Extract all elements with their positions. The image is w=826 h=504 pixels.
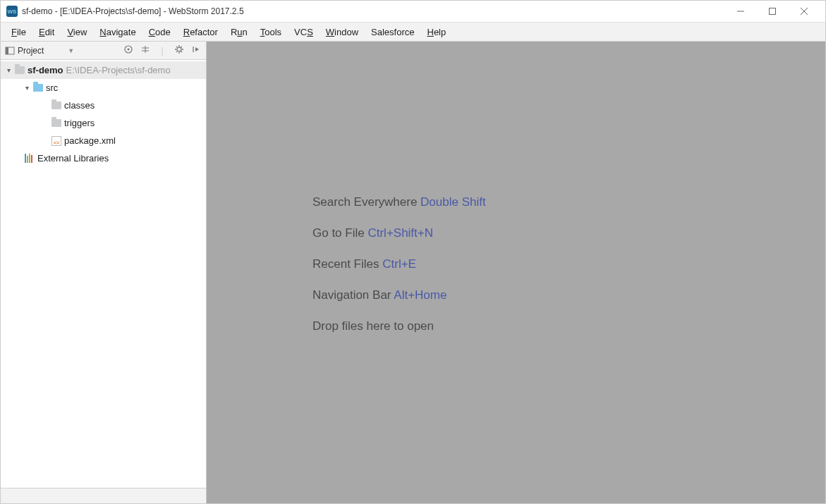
svg-line-18 [176, 51, 177, 52]
tip-goto-file: Go to File Ctrl+Shift+N [312, 226, 486, 240]
tree-node-label: External Libraries [37, 153, 109, 164]
project-tree[interactable]: ▾ sf-demo E:\IDEA-Projects\sf-demo ▾ src… [1, 60, 206, 488]
tip-label: Navigation Bar [312, 288, 391, 302]
menubar: FileEditViewNavigateCodeRefactorRunTools… [1, 23, 825, 42]
project-sidebar: Project ▼ | ▾ [1, 42, 207, 503]
svg-line-19 [181, 47, 182, 47]
tree-root[interactable]: ▾ sf-demo E:\IDEA-Projects\sf-demo [1, 61, 206, 79]
tip-label: Go to File [312, 226, 365, 240]
menu-edit[interactable]: Edit [32, 25, 61, 39]
sidebar-title[interactable]: Project [18, 46, 44, 56]
folder-icon [13, 66, 26, 74]
menu-window[interactable]: Window [320, 25, 365, 39]
menu-salesforce[interactable]: Salesforce [365, 25, 420, 39]
close-button[interactable] [788, 1, 820, 22]
tree-node-libraries[interactable]: External Libraries [1, 149, 206, 167]
menu-code[interactable]: Code [142, 25, 177, 39]
editor-area[interactable]: Search Everywhere Double Shift Go to Fil… [207, 42, 825, 503]
sidebar-header: Project ▼ | [1, 42, 206, 60]
maximize-button[interactable] [756, 1, 788, 22]
tree-node-path: E:\IDEA-Projects\sf-demo [66, 65, 171, 75]
app-icon: WS [6, 6, 18, 17]
menu-navigate[interactable]: Navigate [93, 25, 142, 39]
tip-label: Search Everywhere [312, 195, 417, 209]
menu-view[interactable]: View [61, 25, 93, 39]
tree-node-classes[interactable]: classes [1, 97, 206, 114]
menu-run[interactable]: Run [224, 25, 254, 39]
menu-file[interactable]: File [5, 25, 32, 39]
chevron-down-icon[interactable]: ▼ [68, 47, 74, 54]
tip-shortcut: Double Shift [420, 195, 486, 209]
xml-file-icon: <> [50, 136, 63, 146]
tree-node-label: classes [64, 100, 95, 111]
divider: | [157, 46, 168, 56]
tree-node-label: src [46, 82, 58, 93]
menu-help[interactable]: Help [421, 25, 453, 39]
tree-node-label: triggers [64, 118, 95, 128]
hide-icon[interactable] [190, 44, 202, 56]
collapse-all-icon[interactable] [140, 44, 151, 56]
svg-line-16 [176, 47, 177, 47]
menu-tools[interactable]: Tools [254, 25, 288, 39]
scroll-from-source-icon[interactable] [123, 44, 134, 56]
tip-shortcut: Ctrl+Shift+N [368, 226, 433, 240]
folder-icon [50, 119, 63, 127]
sidebar-footer [1, 488, 206, 503]
tree-node-label: package.xml [64, 135, 116, 146]
tip-search-everywhere: Search Everywhere Double Shift [312, 195, 486, 209]
minimize-button[interactable] [724, 1, 756, 22]
menu-vcs[interactable]: VCS [288, 25, 320, 39]
svg-line-17 [181, 51, 182, 52]
chevron-down-icon[interactable]: ▾ [4, 66, 13, 74]
libraries-icon [23, 154, 36, 163]
tip-label: Recent Files [312, 257, 379, 271]
tree-node-package[interactable]: <> package.xml [1, 132, 206, 149]
folder-icon [50, 102, 63, 109]
titlebar: WS sf-demo - [E:\IDEA-Projects\sf-demo] … [1, 1, 825, 23]
chevron-down-icon[interactable]: ▾ [22, 84, 32, 92]
gear-icon[interactable] [174, 44, 185, 56]
content: Project ▼ | ▾ [1, 42, 825, 503]
tip-shortcut: Alt+Home [394, 288, 447, 302]
tip-nav-bar: Navigation Bar Alt+Home [312, 288, 486, 302]
tree-node-label: sf-demo [28, 65, 63, 75]
folder-icon [32, 84, 44, 92]
window-controls [724, 1, 820, 22]
svg-point-7 [128, 49, 130, 51]
tree-node-src[interactable]: ▾ src [1, 79, 206, 97]
welcome-tips: Search Everywhere Double Shift Go to Fil… [312, 195, 486, 350]
project-view-icon[interactable] [5, 46, 15, 56]
window-title: sf-demo - [E:\IDEA-Projects\sf-demo] - W… [22, 6, 724, 16]
svg-point-11 [177, 47, 181, 51]
tree-node-triggers[interactable]: triggers [1, 114, 206, 132]
drop-hint: Drop files here to open [312, 319, 486, 333]
svg-rect-1 [769, 8, 775, 15]
svg-rect-5 [6, 47, 8, 54]
menu-refactor[interactable]: Refactor [177, 25, 224, 39]
tip-recent-files: Recent Files Ctrl+E [312, 257, 486, 271]
tip-shortcut: Ctrl+E [382, 257, 416, 271]
